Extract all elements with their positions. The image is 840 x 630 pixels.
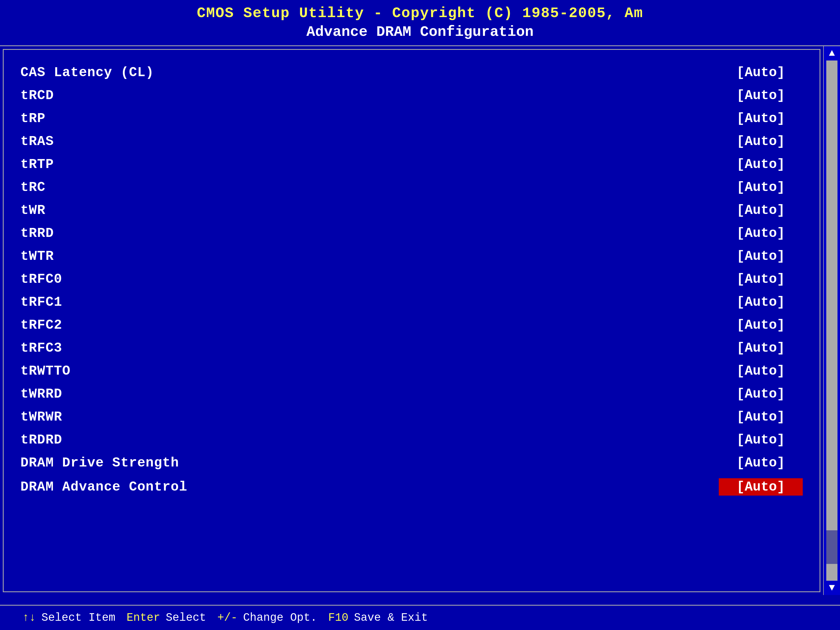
- footer-label: Select: [166, 611, 206, 624]
- settings-row[interactable]: DRAM Drive Strength[Auto]: [21, 452, 803, 474]
- setting-name-12: tRFC3: [21, 341, 62, 355]
- footer-key: ↑↓: [22, 611, 36, 624]
- footer-key: F10: [328, 611, 348, 624]
- setting-value-18[interactable]: [Auto]: [719, 478, 803, 496]
- scrollbar-thumb: [826, 531, 837, 564]
- setting-value-6[interactable]: [Auto]: [719, 203, 803, 218]
- settings-row[interactable]: tRFC0[Auto]: [21, 268, 803, 291]
- settings-row[interactable]: tRP[Auto]: [21, 107, 803, 130]
- setting-name-0: CAS Latency (CL): [21, 65, 154, 80]
- setting-name-14: tWRRD: [21, 387, 62, 401]
- setting-name-2: tRP: [21, 111, 45, 126]
- scrollbar-track: [826, 60, 837, 581]
- setting-name-1: tRCD: [21, 88, 54, 103]
- setting-name-18: DRAM Advance Control: [21, 479, 187, 494]
- setting-name-11: tRFC2: [21, 317, 62, 333]
- settings-row[interactable]: tWRWR[Auto]: [21, 406, 803, 428]
- setting-value-12[interactable]: [Auto]: [719, 341, 803, 355]
- settings-row[interactable]: tWTR[Auto]: [21, 245, 803, 268]
- settings-row[interactable]: tRFC2[Auto]: [21, 314, 803, 336]
- setting-name-7: tRRD: [21, 226, 54, 241]
- setting-value-16[interactable]: [Auto]: [719, 432, 803, 447]
- footer-label: Save & Exit: [354, 611, 428, 624]
- setting-name-3: tRAS: [21, 134, 54, 149]
- footer-label: Change Opt.: [243, 611, 317, 624]
- setting-name-9: tRFC0: [21, 272, 62, 287]
- settings-row[interactable]: tWRRD[Auto]: [21, 382, 803, 406]
- scrollbar-container[interactable]: ▲ ▼: [823, 46, 840, 595]
- settings-row[interactable]: tRWTTO[Auto]: [21, 360, 803, 382]
- setting-name-17: DRAM Drive Strength: [21, 455, 179, 471]
- settings-row[interactable]: tRTP[Auto]: [21, 153, 803, 176]
- settings-row[interactable]: tRCD[Auto]: [21, 84, 803, 107]
- settings-row[interactable]: tWR[Auto]: [21, 199, 803, 222]
- settings-row[interactable]: tRRD[Auto]: [21, 222, 803, 245]
- settings-row[interactable]: tRFC1[Auto]: [21, 291, 803, 314]
- scroll-up-arrow[interactable]: ▲: [826, 47, 837, 59]
- settings-row[interactable]: tRDRD[Auto]: [21, 428, 803, 452]
- main-content: CAS Latency (CL)[Auto]tRCD[Auto]tRP[Auto…: [0, 46, 840, 595]
- setting-name-16: tRDRD: [21, 432, 62, 447]
- settings-row[interactable]: CAS Latency (CL)[Auto]: [21, 61, 803, 84]
- header-title: CMOS Setup Utility - Copyright (C) 1985-…: [0, 5, 840, 22]
- setting-name-4: tRTP: [21, 157, 54, 172]
- setting-value-7[interactable]: [Auto]: [719, 226, 803, 241]
- settings-panel: CAS Latency (CL)[Auto]tRCD[Auto]tRP[Auto…: [3, 49, 820, 592]
- settings-row[interactable]: tRFC3[Auto]: [21, 336, 803, 360]
- setting-name-13: tRWTTO: [21, 363, 71, 379]
- setting-value-17[interactable]: [Auto]: [719, 455, 803, 471]
- setting-value-5[interactable]: [Auto]: [719, 180, 803, 195]
- header-subtitle: Advance DRAM Configuration: [0, 24, 840, 40]
- setting-name-15: tWRWR: [21, 409, 62, 425]
- settings-row[interactable]: tRC[Auto]: [21, 176, 803, 199]
- setting-value-1[interactable]: [Auto]: [719, 88, 803, 103]
- footer-key: +/-: [217, 611, 237, 624]
- setting-name-8: tWTR: [21, 249, 54, 264]
- setting-name-10: tRFC1: [21, 295, 62, 309]
- setting-value-8[interactable]: [Auto]: [719, 249, 803, 264]
- setting-value-9[interactable]: [Auto]: [719, 272, 803, 287]
- footer-key: Enter: [126, 611, 160, 624]
- footer-bar: ↑↓Select ItemEnterSelect+/-Change Opt.F1…: [0, 605, 840, 630]
- setting-value-0[interactable]: [Auto]: [719, 65, 803, 80]
- setting-value-4[interactable]: [Auto]: [719, 157, 803, 172]
- setting-value-3[interactable]: [Auto]: [719, 134, 803, 149]
- header-bar: CMOS Setup Utility - Copyright (C) 1985-…: [0, 0, 840, 46]
- setting-value-15[interactable]: [Auto]: [719, 409, 803, 425]
- footer-label: Select Item: [41, 611, 115, 624]
- setting-name-5: tRC: [21, 180, 45, 195]
- settings-row[interactable]: DRAM Advance Control[Auto]: [21, 474, 803, 499]
- setting-value-11[interactable]: [Auto]: [719, 317, 803, 333]
- setting-value-13[interactable]: [Auto]: [719, 363, 803, 379]
- setting-value-10[interactable]: [Auto]: [719, 295, 803, 309]
- setting-value-14[interactable]: [Auto]: [719, 387, 803, 401]
- settings-row[interactable]: tRAS[Auto]: [21, 130, 803, 153]
- setting-name-6: tWR: [21, 203, 45, 218]
- setting-value-2[interactable]: [Auto]: [719, 111, 803, 126]
- scroll-down-arrow[interactable]: ▼: [826, 582, 837, 594]
